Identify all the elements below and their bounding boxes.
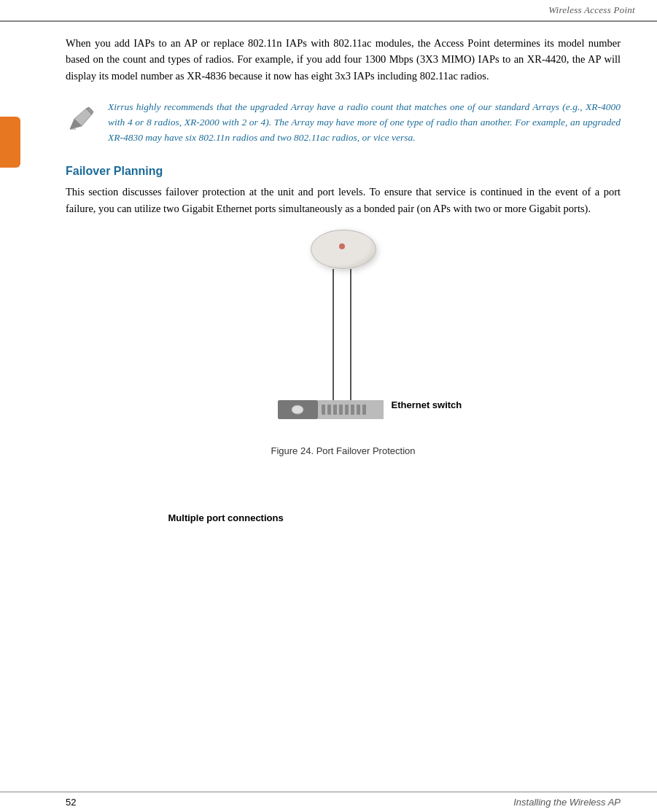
svg-rect-8 [339, 405, 343, 415]
connection-diagram [198, 269, 489, 437]
ethernet-switch-label-container: Ethernet switch [386, 399, 462, 410]
svg-rect-9 [345, 405, 349, 415]
left-tab-decoration [0, 117, 20, 168]
multiple-port-connections-label: Multiple port connections [168, 512, 284, 523]
footer-page-number: 52 [66, 797, 76, 808]
svg-rect-12 [362, 405, 366, 415]
failover-paragraph: This section discusses failover protecti… [66, 184, 621, 216]
header-title: Wireless Access Point [548, 4, 635, 16]
svg-rect-11 [357, 405, 360, 415]
footer-chapter-title: Installing the Wireless AP [513, 797, 621, 808]
figure-area: Ethernet switch Multiple port connection… [66, 230, 621, 456]
ethernet-switch-label: Ethernet switch [392, 399, 462, 410]
main-content: When you add IAPs to an AP or replace 80… [0, 22, 657, 485]
svg-rect-7 [333, 405, 337, 415]
svg-rect-5 [322, 405, 325, 415]
note-box: Xirrus highly recommends that the upgrad… [66, 97, 621, 149]
svg-rect-6 [327, 405, 331, 415]
ap-device-image [311, 230, 376, 269]
intro-paragraph: When you add IAPs to an AP or replace 80… [66, 35, 621, 84]
section-heading: Failover Planning [66, 165, 621, 178]
page-footer: 52 Installing the Wireless AP [0, 792, 657, 812]
page-header: Wireless Access Point [0, 0, 657, 22]
figure-inner: Ethernet switch Multiple port connection… [198, 230, 489, 437]
note-text: Xirrus highly recommends that the upgrad… [108, 100, 621, 146]
svg-rect-10 [351, 405, 354, 415]
svg-point-13 [292, 405, 303, 414]
figure-caption: Figure 24. Port Failover Protection [271, 445, 416, 456]
note-icon [66, 101, 98, 133]
